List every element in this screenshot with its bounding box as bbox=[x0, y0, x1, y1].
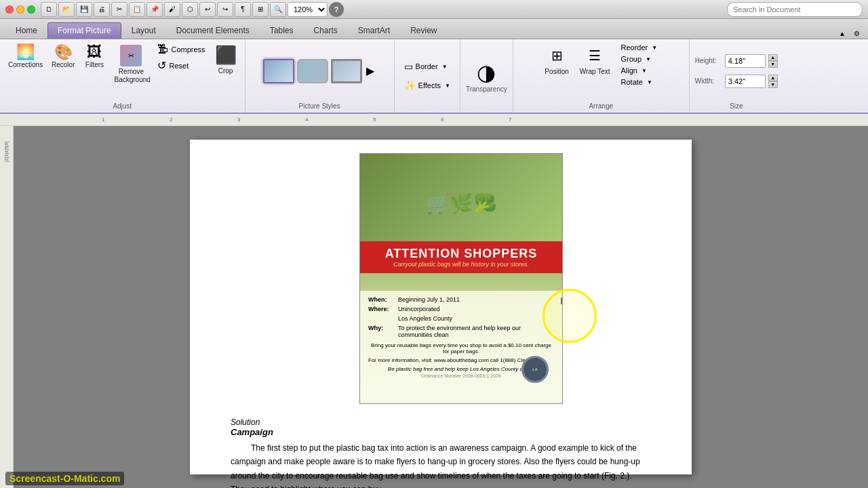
compress-button[interactable]: 🗜 Compress bbox=[153, 42, 209, 57]
position-label: Position bbox=[545, 68, 569, 76]
tab-charts[interactable]: Charts bbox=[303, 22, 347, 39]
poster-subtitle: Carryout plastic bags will be history in… bbox=[368, 261, 554, 268]
paintbrush-icon[interactable]: 🖌 bbox=[164, 2, 180, 17]
shapes-icon[interactable]: ⬡ bbox=[182, 2, 198, 17]
view-icon[interactable]: ⊞ bbox=[252, 2, 269, 17]
zoom-icon[interactable]: 🔍 bbox=[270, 2, 286, 17]
height-spinner[interactable]: ▲ ▼ bbox=[768, 54, 778, 68]
close-button[interactable] bbox=[5, 5, 14, 14]
group-label: Group bbox=[621, 55, 642, 63]
undo-icon[interactable]: ↩ bbox=[199, 2, 216, 17]
tab-home[interactable]: Home bbox=[5, 22, 47, 39]
reorder-label: Reorder bbox=[621, 43, 648, 52]
toolbar-icons: 🗋 📂 💾 🖨 ✂ 📋 📌 🖌 ⬡ ↩ ↪ ¶ ⊞ 🔍 120% 100% 75… bbox=[41, 2, 863, 17]
recolor-button[interactable]: 🎨 Recolor bbox=[47, 42, 79, 72]
ruler-content: 1 2 3 4 5 6 7 bbox=[34, 114, 868, 125]
corrections-button[interactable]: 🌅 Corrections bbox=[4, 42, 46, 72]
transparency-icon: ◑ bbox=[477, 60, 496, 85]
ribbon-group-border: ▭ Border ▼ ✨ Effects ▼ bbox=[395, 39, 460, 113]
image-container[interactable]: 🛒🌿🥦 ATTENTION SHOPPERS Carryout plastic … bbox=[359, 153, 563, 404]
remove-background-label: Remove Background bbox=[114, 68, 148, 84]
compress-reset-col: 🗜 Compress ↺ Reset bbox=[153, 42, 209, 73]
minimize-button[interactable] bbox=[16, 5, 24, 14]
effects-icon: ✨ bbox=[404, 80, 416, 91]
border-button[interactable]: ▭ Border ▼ bbox=[400, 59, 454, 74]
search-input[interactable] bbox=[727, 2, 863, 17]
document-canvas[interactable]: 🛒🌿🥦 ATTENTION SHOPPERS Carryout plastic … bbox=[14, 126, 868, 488]
document-paragraph-1[interactable]: The first step to put the plastic bag ta… bbox=[231, 441, 651, 488]
crop-button[interactable]: ⬛ Crop bbox=[211, 42, 241, 78]
poster-when-row: When: Beginning July 1, 2011 bbox=[368, 296, 554, 303]
width-input[interactable] bbox=[725, 75, 766, 88]
paste-icon[interactable]: 📌 bbox=[146, 2, 163, 17]
poster-image[interactable]: 🛒🌿🥦 ATTENTION SHOPPERS Carryout plastic … bbox=[359, 153, 563, 404]
compress-icon: 🗜 bbox=[157, 43, 168, 56]
ruler: 1 2 3 4 5 6 7 bbox=[0, 114, 868, 126]
height-down-button[interactable]: ▼ bbox=[768, 61, 778, 68]
poster-where-row2: Los Angeles County bbox=[368, 315, 554, 322]
group-button[interactable]: Group ▼ bbox=[617, 54, 662, 64]
align-button[interactable]: Align ▼ bbox=[617, 65, 662, 76]
width-spinner[interactable]: ▲ ▼ bbox=[768, 75, 778, 88]
ribbon-collapse-button[interactable]: ▲ bbox=[836, 28, 848, 39]
redo-icon[interactable]: ↪ bbox=[217, 2, 233, 17]
tab-format-picture[interactable]: Format Picture bbox=[47, 22, 121, 39]
tab-smartart[interactable]: SmartArt bbox=[348, 22, 400, 39]
cut-icon[interactable]: ✂ bbox=[111, 2, 127, 17]
effects-button[interactable]: ✨ Effects ▼ bbox=[400, 78, 454, 93]
tab-layout[interactable]: Layout bbox=[121, 22, 166, 39]
cursor-indicator: I bbox=[560, 296, 563, 306]
filters-button[interactable]: 🖼 Filters bbox=[80, 42, 108, 72]
picture-styles-content: ▶ bbox=[263, 42, 376, 100]
size-group-label: Size bbox=[695, 100, 778, 110]
tab-document-elements[interactable]: Document Elements bbox=[166, 22, 260, 39]
reorder-button[interactable]: Reorder ▼ bbox=[617, 42, 662, 53]
poster-where-value1: Unincorporated bbox=[398, 306, 440, 312]
ribbon-group-adjust: 🌅 Corrections 🎨 Recolor 🖼 Filters ✂ Remo… bbox=[0, 39, 245, 113]
picture-style-3[interactable] bbox=[331, 59, 362, 83]
new-doc-icon[interactable]: 🗋 bbox=[41, 2, 57, 17]
window-controls bbox=[5, 5, 35, 14]
picture-styles-label: Picture Styles bbox=[299, 100, 340, 110]
width-down-button[interactable]: ▼ bbox=[768, 81, 778, 88]
maximize-button[interactable] bbox=[27, 5, 35, 14]
tab-tables[interactable]: Tables bbox=[260, 22, 304, 39]
poster-seal: LA bbox=[521, 356, 549, 383]
picture-style-1[interactable] bbox=[263, 59, 294, 83]
poster-why-row: Why: To protect the environment and help… bbox=[368, 325, 554, 338]
reset-label: Reset bbox=[169, 62, 189, 70]
rotate-dropdown-arrow: ▼ bbox=[647, 79, 652, 85]
tab-review[interactable]: Review bbox=[400, 22, 447, 39]
ruler-mark-3: 3 bbox=[237, 117, 240, 123]
watermark: Screencast-O-Matic.com bbox=[5, 472, 124, 485]
recolor-icon: 🎨 bbox=[54, 45, 73, 60]
left-ruler: |2|3|4|5|6| bbox=[0, 126, 14, 488]
help-button[interactable]: ? bbox=[329, 2, 344, 17]
height-input[interactable] bbox=[725, 54, 766, 68]
zoom-select[interactable]: 120% 100% 75% bbox=[288, 2, 328, 17]
print-icon[interactable]: 🖨 bbox=[94, 2, 110, 17]
ruler-mark-6: 6 bbox=[441, 117, 443, 123]
reset-button[interactable]: ↺ Reset bbox=[153, 58, 209, 73]
height-row: Height: ▲ ▼ bbox=[695, 54, 778, 68]
ribbon-group-arrange: ⊞ Position ☰ Wrap Text Reorder ▼ Group ▼ bbox=[513, 39, 690, 113]
poster-when-label: When: bbox=[368, 296, 395, 303]
ribbon-options-button[interactable]: ⚙ bbox=[851, 28, 863, 39]
picture-style-2[interactable] bbox=[297, 59, 328, 83]
filters-icon: 🖼 bbox=[87, 45, 102, 60]
picture-styles-more-arrow[interactable]: ▶ bbox=[365, 63, 376, 79]
border-icon: ▭ bbox=[404, 61, 413, 72]
position-button[interactable]: ⊞ Position bbox=[540, 42, 573, 79]
width-up-button[interactable]: ▲ bbox=[768, 75, 778, 81]
remove-background-button[interactable]: ✂ Remove Background bbox=[110, 42, 152, 87]
height-up-button[interactable]: ▲ bbox=[768, 54, 778, 61]
open-icon[interactable]: 📂 bbox=[58, 2, 75, 17]
save-icon[interactable]: 💾 bbox=[76, 2, 92, 17]
copy-icon[interactable]: 📋 bbox=[129, 2, 145, 17]
adjust-group-label: Adjust bbox=[113, 100, 132, 110]
pilcrow-icon[interactable]: ¶ bbox=[235, 2, 251, 17]
rotate-button[interactable]: Rotate ▼ bbox=[617, 77, 662, 87]
wrap-text-button[interactable]: ☰ Wrap Text bbox=[576, 42, 614, 79]
border-dropdown-arrow: ▼ bbox=[442, 64, 448, 70]
poster-bg-icons: 🛒🌿🥦 bbox=[426, 192, 497, 215]
